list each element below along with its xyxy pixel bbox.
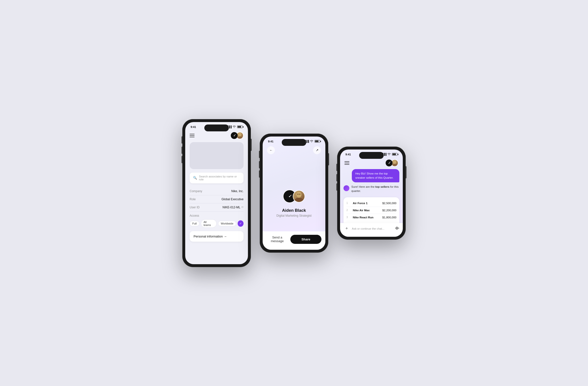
wifi-icon-2 (310, 140, 313, 143)
product-price-3: $1,800,000 (382, 216, 397, 219)
company-label: Company (190, 190, 202, 193)
product-rank-3: 3 (346, 216, 350, 219)
phone1-content: ✓ 🔍 Search associa (185, 130, 248, 242)
phone2-header: ← ↗ (263, 144, 325, 157)
access-tags: Full All teams Worldwide ✓ (190, 219, 244, 228)
chat-plus-button[interactable]: + (343, 225, 350, 232)
time-3: 9:41 (345, 153, 351, 156)
phone-3-screen: 9:41 ▐▐▐ (340, 150, 403, 237)
personal-info-label: Personal information → (193, 235, 227, 238)
access-tag-worldwide: Worldwide (218, 221, 236, 226)
nike-swoosh-1: ✓ (232, 134, 236, 137)
role-label: Role (190, 197, 196, 201)
share-button[interactable]: Share (290, 235, 321, 244)
audio-icon[interactable] (395, 226, 399, 231)
time-1: 9:41 (191, 126, 196, 129)
chat-input-bar: + Ask or continue the chat... (340, 223, 403, 237)
access-check: ✓ (238, 220, 244, 227)
phone-1: 9:41 ▐▐▐ (182, 119, 251, 267)
svg-point-4 (297, 193, 298, 194)
product-row-1: 1 Air Force 1 $2,500,000 (346, 200, 397, 207)
svg-point-7 (392, 164, 397, 166)
ai-text: Sure! Here are the top sellers for this … (351, 185, 399, 193)
nike-logo-1: ✓ (231, 132, 238, 139)
svg-point-6 (393, 160, 397, 164)
dynamic-island-1 (204, 125, 229, 131)
battery-icon-2 (315, 140, 320, 143)
status-icons-1: ▐▐▐ (227, 126, 243, 129)
phone3-header: ✓ (340, 157, 403, 169)
avatar-group-3: ✓ (386, 159, 398, 167)
product-price-1: $2,500,000 (382, 202, 397, 205)
avatar-group-1: ✓ (231, 132, 244, 139)
access-section: Access Full All teams Worldwide ✓ (190, 214, 244, 228)
ai-prefix: Sure! Here are the (351, 185, 375, 188)
info-section: Company Nike, Inc. Role Global Executive… (190, 187, 244, 212)
status-icons-2: ▐▐▐ (304, 140, 320, 143)
export-button[interactable]: ↗ (313, 146, 321, 154)
battery-icon-1 (237, 126, 243, 128)
phone2-bottom: Send a message Share (263, 231, 325, 250)
battery-icon-3 (392, 153, 397, 156)
company-value: Nike, Inc. (231, 190, 244, 193)
info-row-role: Role Global Executive (190, 195, 244, 203)
scene: 9:41 ▐▐▐ (172, 109, 416, 277)
search-icon: 🔍 (193, 176, 197, 180)
userid-label: User ID (190, 206, 200, 209)
ai-avatar (343, 185, 349, 191)
menu-icon-3[interactable] (344, 161, 349, 165)
svg-rect-10 (397, 226, 397, 230)
time-2: 9:41 (268, 140, 273, 143)
user-message-bubble: Hey Biz! Show me the top sneaker sellers… (352, 169, 399, 183)
product-name-2: Nike Air Max (353, 209, 380, 212)
svg-point-0 (238, 133, 242, 136)
product-rank-1: 1 (346, 202, 350, 204)
search-placeholder: Search associates by name or role (199, 175, 240, 181)
search-bar[interactable]: 🔍 Search associates by name or role (190, 172, 244, 183)
menu-icon[interactable] (190, 134, 194, 137)
user-message-container: Hey Biz! Show me the top sneaker sellers… (343, 169, 399, 183)
access-tag-allteams: All teams (201, 219, 217, 228)
status-icons-3: ▐▐▐ (382, 153, 397, 156)
access-label: Access (190, 214, 244, 217)
product-name-3: Nike React Run (353, 216, 380, 219)
svg-rect-12 (398, 227, 399, 229)
product-name-1: Air Force 1 (353, 202, 380, 205)
phone1-header: ✓ (190, 130, 244, 142)
wifi-icon-1 (232, 126, 236, 129)
ai-response: Sure! Here are the top sellers for this … (343, 185, 399, 193)
role-value: Global Executive (221, 197, 244, 201)
product-price-2: $2,200,000 (382, 209, 397, 212)
profile-name: Aiden Black (282, 208, 306, 213)
phone-2: 9:41 ▐▐▐ ← ↗ (260, 134, 328, 253)
profile-role: Digital Marketing Strategist (276, 214, 311, 217)
wifi-icon-3 (387, 153, 391, 156)
dynamic-island-2 (282, 139, 306, 146)
product-rank-2: 2 (346, 209, 350, 212)
back-button[interactable]: ← (267, 146, 275, 154)
nike-logo-3: ✓ (386, 160, 393, 166)
svg-point-1 (237, 136, 243, 139)
send-message-button[interactable]: Send a message (267, 236, 288, 243)
personal-info-button[interactable]: Personal information → (190, 231, 244, 242)
svg-rect-13 (399, 228, 399, 228)
dynamic-island-3 (359, 152, 384, 159)
svg-point-3 (294, 197, 304, 202)
copy-icon[interactable]: ⟳ (241, 206, 244, 209)
profile-swoosh: ✓ (288, 194, 291, 198)
chat-input-field[interactable]: Ask or continue the chat... (352, 227, 393, 230)
access-tag-full: Full (190, 221, 199, 226)
product-row-2: 2 Nike Air Max $2,200,000 (346, 207, 397, 214)
svg-rect-9 (396, 227, 397, 229)
svg-point-5 (299, 193, 300, 194)
nike-swoosh-3: ✓ (387, 161, 391, 165)
phone-1-screen: 9:41 ▐▐▐ (185, 122, 248, 264)
svg-rect-11 (397, 227, 398, 229)
phone-2-screen: 9:41 ▐▐▐ ← ↗ (263, 136, 325, 250)
svg-point-2 (296, 192, 301, 197)
profile-user-img (293, 190, 305, 202)
userid-value-row: NIKE-012-ML ⟳ (222, 206, 244, 209)
profile-avatars: ✓ (283, 189, 305, 204)
info-row-company: Company Nike, Inc. (190, 187, 244, 195)
ai-bold: top sellers (375, 185, 390, 188)
